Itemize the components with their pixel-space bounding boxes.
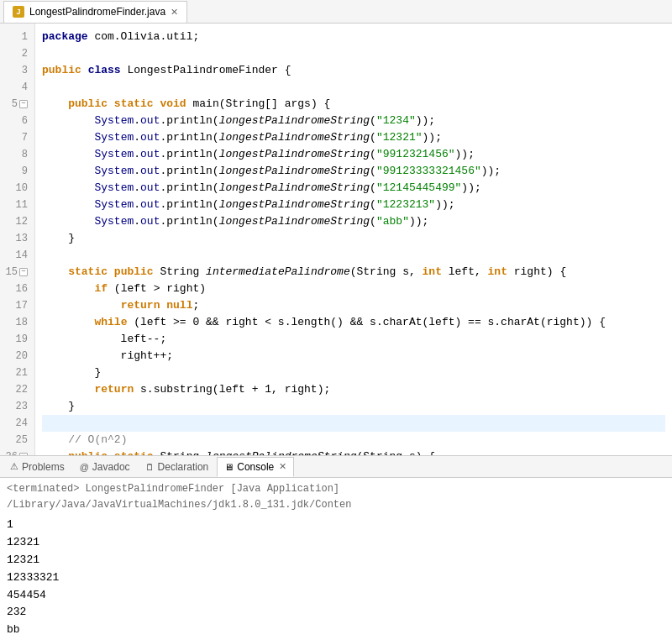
java-file-icon: J: [13, 6, 24, 18]
file-tab[interactable]: J LongestPalindromeFinder.java ✕: [3, 1, 187, 23]
fold-button-15[interactable]: −: [19, 268, 28, 276]
code-line-6: System.out.println(longestPalindromeStri…: [42, 113, 665, 129]
code-line-3: public class LongestPalindromeFinder {: [42, 62, 665, 79]
line-number-6: 6: [0, 113, 34, 129]
bottom-tab-declaration[interactable]: 🗒Declaration: [139, 457, 216, 477]
code-line-24: [42, 415, 665, 432]
code-line-4: [42, 79, 665, 96]
code-line-19: left--;: [42, 331, 665, 348]
line-number-18: 18: [0, 314, 34, 331]
code-line-26: public static String longestPalindromeSt…: [42, 449, 665, 455]
code-line-23: }: [42, 398, 665, 415]
bottom-tab-javadoc[interactable]: @Javadoc: [73, 457, 137, 477]
console-output-line: bb: [7, 622, 665, 639]
code-content[interactable]: package com.Olivia.util; public class Lo…: [35, 24, 672, 455]
tab-filename: LongestPalindromeFinder.java: [29, 6, 165, 18]
code-line-20: right++;: [42, 348, 665, 365]
code-line-25: // O(n^2): [42, 432, 665, 449]
console-output-line: 12333321: [7, 569, 665, 587]
line-number-3: 3: [0, 62, 34, 79]
line-number-20: 20: [0, 348, 34, 365]
console-area: <terminated> LongestPalindromeFinder [Ja…: [0, 478, 672, 640]
code-line-7: System.out.println(longestPalindromeStri…: [42, 129, 665, 146]
line-number-10: 10: [0, 180, 34, 197]
bottom-tab-icon-problems: ⚠: [10, 461, 18, 472]
code-line-22: return s.substring(left + 1, right);: [42, 381, 665, 398]
line-number-16: 16: [0, 281, 34, 297]
console-terminated-line: <terminated> LongestPalindromeFinder [Ja…: [7, 481, 665, 513]
line-number-9: 9: [0, 163, 34, 180]
console-output-line: 232: [7, 604, 665, 622]
line-number-14: 14: [0, 247, 34, 264]
editor-tab-bar: J LongestPalindromeFinder.java ✕: [0, 0, 672, 24]
bottom-tab-label-problems: Problems: [22, 461, 65, 473]
code-line-16: if (left > right): [42, 281, 665, 297]
line-number-21: 21: [0, 365, 34, 381]
line-number-1: 1: [0, 29, 34, 45]
bottom-tab-label-console: Console: [237, 461, 274, 473]
code-line-10: System.out.println(longestPalindromeStri…: [42, 180, 665, 197]
line-number-5: 5−: [0, 96, 34, 113]
line-number-4: 4: [0, 79, 34, 96]
code-line-14: [42, 247, 665, 264]
code-line-11: System.out.println(longestPalindromeStri…: [42, 197, 665, 213]
bottom-tab-bar: ⚠Problems@Javadoc🗒Declaration🖥Console✕: [0, 456, 672, 478]
code-line-15: static public String intermediatePalindr…: [42, 264, 665, 281]
console-output-line: 454454: [7, 587, 665, 605]
code-line-17: return null;: [42, 297, 665, 314]
console-output-line: 12321: [7, 534, 665, 552]
code-editor: 12345−6789101112131415−16171819202122232…: [0, 24, 672, 455]
line-number-26: 26−: [0, 449, 34, 455]
code-line-5: public static void main(String[] args) {: [42, 96, 665, 113]
line-numbers-gutter: 12345−6789101112131415−16171819202122232…: [0, 24, 35, 455]
line-number-23: 23: [0, 398, 34, 415]
bottom-tab-icon-console: 🖥: [224, 462, 234, 472]
line-number-17: 17: [0, 297, 34, 314]
code-line-13: }: [42, 230, 665, 247]
line-number-15: 15−: [0, 264, 34, 281]
fold-button-5[interactable]: −: [19, 100, 28, 108]
line-number-8: 8: [0, 146, 34, 163]
bottom-tab-label-declaration: Declaration: [158, 461, 209, 473]
bottom-tab-close-console[interactable]: ✕: [279, 461, 286, 472]
code-line-1: package com.Olivia.util;: [42, 29, 665, 45]
bottom-tab-icon-javadoc: @: [80, 462, 89, 472]
code-line-9: System.out.println(longestPalindromeStri…: [42, 163, 665, 180]
console-output: 1123211232112333321454454232bb: [7, 517, 665, 639]
line-number-22: 22: [0, 381, 34, 398]
console-output-line: 1: [7, 517, 665, 534]
bottom-tab-icon-declaration: 🗒: [145, 462, 155, 472]
console-output-line: 12321: [7, 552, 665, 569]
code-line-12: System.out.println(longestPalindromeStri…: [42, 213, 665, 230]
line-number-11: 11: [0, 197, 34, 213]
bottom-tab-console[interactable]: 🖥Console✕: [217, 457, 294, 477]
line-number-24: 24: [0, 415, 34, 432]
line-number-7: 7: [0, 129, 34, 146]
bottom-tab-problems[interactable]: ⚠Problems: [3, 457, 71, 477]
line-number-2: 2: [0, 45, 34, 62]
line-number-13: 13: [0, 230, 34, 247]
code-line-8: System.out.println(longestPalindromeStri…: [42, 146, 665, 163]
code-line-21: }: [42, 365, 665, 381]
bottom-panel: ⚠Problems@Javadoc🗒Declaration🖥Console✕ <…: [0, 455, 672, 640]
tab-close-button[interactable]: ✕: [171, 7, 178, 18]
code-line-18: while (left >= 0 && right < s.length() &…: [42, 314, 665, 331]
line-number-25: 25: [0, 432, 34, 449]
line-number-12: 12: [0, 213, 34, 230]
code-line-2: [42, 45, 665, 62]
line-number-19: 19: [0, 331, 34, 348]
bottom-tab-label-javadoc: Javadoc: [92, 461, 130, 473]
